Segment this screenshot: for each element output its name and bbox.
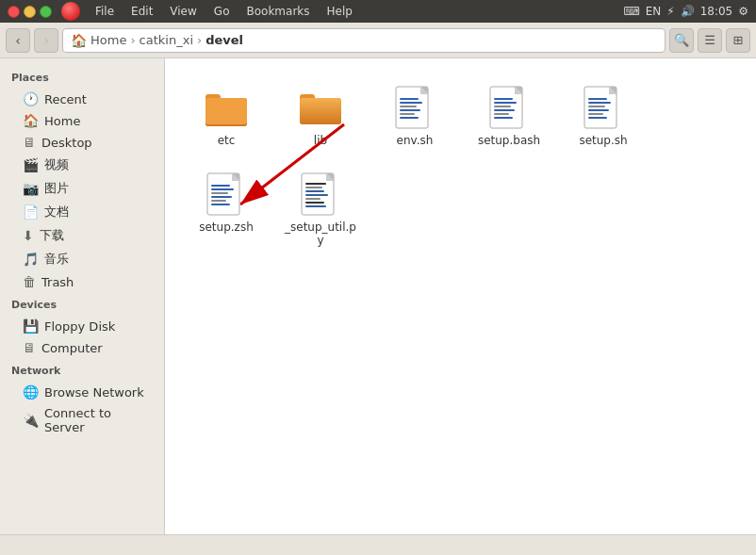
sidebar-item-downloads[interactable]: ⬇ 下载 <box>4 224 160 247</box>
sidebar-item-pictures[interactable]: 📷 图片 <box>4 177 160 200</box>
menu-bookmarks[interactable]: Bookmarks <box>238 3 317 20</box>
svg-rect-54 <box>305 205 326 207</box>
home-icon: 🏠 <box>71 33 87 48</box>
menu-bar: File Edit View Go Bookmarks Help ⌨ EN ⚡ … <box>0 0 756 23</box>
sidebar-item-browse-network[interactable]: 🌐 Browse Network <box>4 382 160 402</box>
bluetooth-icon[interactable]: ⚡ <box>666 5 674 18</box>
svg-rect-30 <box>588 98 607 100</box>
sidebar-item-videos-label: 视频 <box>44 156 69 173</box>
breadcrumb-current[interactable]: devel <box>205 33 243 47</box>
textfile-icon-setup-sh <box>581 85 626 130</box>
downloads-icon: ⬇ <box>23 228 34 243</box>
svg-rect-50 <box>305 190 324 192</box>
svg-rect-33 <box>588 109 609 111</box>
sidebar-item-floppy[interactable]: 💾 Floppy Disk <box>4 316 160 336</box>
svg-rect-16 <box>400 113 415 115</box>
file-item-env-sh[interactable]: env.sh <box>372 77 457 155</box>
clock: 18:05 <box>700 5 733 18</box>
sidebar-item-videos[interactable]: 🎬 视频 <box>4 154 160 176</box>
folder-icon-etc <box>204 85 249 130</box>
svg-rect-34 <box>588 113 603 115</box>
maximize-button[interactable] <box>40 6 52 18</box>
browse-network-icon: 🌐 <box>23 384 39 400</box>
keyboard-layout-icon: ⌨ <box>623 5 639 18</box>
volume-icon[interactable]: 🔊 <box>681 5 695 18</box>
sidebar-item-recent[interactable]: 🕐 Recent <box>4 89 160 109</box>
connect-server-icon: 🔌 <box>23 413 39 428</box>
menu-go[interactable]: Go <box>206 3 238 20</box>
menu-toggle-button[interactable]: ☰ <box>698 28 722 53</box>
minimize-button[interactable] <box>24 6 36 18</box>
home-sidebar-icon: 🏠 <box>23 113 39 128</box>
svg-rect-8 <box>300 98 341 124</box>
textfile-icon-setup-bash <box>486 85 532 130</box>
svg-rect-24 <box>494 109 515 111</box>
back-button[interactable]: ‹ <box>6 28 30 53</box>
svg-rect-51 <box>305 194 328 196</box>
sidebar-item-documents[interactable]: 📄 文档 <box>4 201 160 223</box>
sidebar-item-pictures-label: 图片 <box>44 180 69 197</box>
file-name-setup-sh: setup.sh <box>579 134 627 147</box>
sidebar-item-music-label: 音乐 <box>44 251 69 268</box>
svg-rect-17 <box>400 117 419 119</box>
sidebar-item-downloads-label: 下载 <box>40 227 64 244</box>
file-area: etc <box>165 58 756 534</box>
file-item-lib[interactable]: lib <box>278 77 363 155</box>
menu-file[interactable]: File <box>88 3 122 20</box>
breadcrumb-catkin[interactable]: catkin_xi <box>140 33 193 47</box>
svg-rect-31 <box>588 102 611 104</box>
svg-rect-13 <box>400 102 422 104</box>
sidebar-item-desktop[interactable]: 🖥 Desktop <box>4 132 160 153</box>
keyboard-lang[interactable]: EN <box>646 5 662 18</box>
sidebar-item-home[interactable]: 🏠 Home <box>4 110 160 131</box>
search-button[interactable]: 🔍 <box>669 28 694 53</box>
sidebar-item-connect-server[interactable]: 🔌 Connect to Server <box>4 403 160 437</box>
recent-icon: 🕐 <box>23 91 39 106</box>
svg-rect-53 <box>305 202 324 204</box>
breadcrumb: 🏠 Home › catkin_xi › devel <box>62 28 666 53</box>
settings-icon[interactable]: ⚙ <box>738 5 748 18</box>
file-item-setup-util-py[interactable]: _setup_util.py <box>278 164 363 254</box>
breadcrumb-home[interactable]: Home <box>90 33 126 47</box>
forward-button[interactable]: › <box>34 28 58 53</box>
file-name-etc: etc <box>218 134 236 147</box>
file-grid: etc <box>184 77 737 254</box>
sidebar-item-trash[interactable]: 🗑 Trash <box>4 271 160 292</box>
sidebar-item-music[interactable]: 🎵 音乐 <box>4 248 160 270</box>
devices-section-title: Devices <box>0 293 164 315</box>
app-icon <box>61 2 80 21</box>
svg-rect-49 <box>305 187 322 188</box>
folder-icon-lib <box>298 85 343 130</box>
file-item-setup-bash[interactable]: setup.bash <box>467 77 551 155</box>
music-icon: 🎵 <box>23 252 39 267</box>
close-button[interactable] <box>8 6 20 18</box>
network-section-title: Network <box>0 359 164 381</box>
file-item-setup-zsh[interactable]: setup.zsh <box>184 164 269 254</box>
file-item-etc[interactable]: etc <box>184 77 269 155</box>
view-toggle-button[interactable]: ⊞ <box>726 28 750 53</box>
breadcrumb-sep2: › <box>197 33 202 47</box>
file-item-setup-sh[interactable]: setup.sh <box>561 77 646 155</box>
svg-rect-40 <box>211 188 234 190</box>
sidebar-item-recent-label: Recent <box>44 92 87 106</box>
svg-rect-14 <box>400 106 417 107</box>
sidebar-item-home-label: Home <box>44 114 80 128</box>
system-tray: ⌨ EN ⚡ 🔊 18:05 ⚙ <box>623 5 748 18</box>
file-name-setup-util-py: _setup_util.py <box>282 220 359 247</box>
sidebar-item-computer[interactable]: 🖥 Computer <box>4 337 160 358</box>
menu-help[interactable]: Help <box>320 3 360 20</box>
pictures-icon: 📷 <box>23 181 39 196</box>
sidebar-item-computer-label: Computer <box>41 341 103 355</box>
sidebar-item-connect-label: Connect to Server <box>44 406 149 434</box>
svg-rect-44 <box>211 204 230 205</box>
menu-view[interactable]: View <box>162 3 204 20</box>
menu-edit[interactable]: Edit <box>123 3 160 20</box>
places-section-title: Places <box>0 66 164 88</box>
svg-rect-42 <box>211 196 232 198</box>
textfile-icon-env <box>392 85 437 130</box>
svg-rect-35 <box>588 117 607 119</box>
content-area: Places 🕐 Recent 🏠 Home 🖥 Desktop 🎬 视频 📷 … <box>0 58 756 534</box>
sidebar-item-browse-label: Browse Network <box>44 385 144 400</box>
svg-rect-5 <box>205 98 247 124</box>
sidebar-item-documents-label: 文档 <box>44 204 69 220</box>
